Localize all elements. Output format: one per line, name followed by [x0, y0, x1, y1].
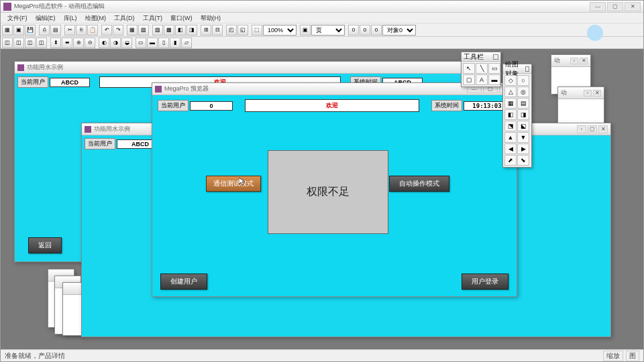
toolbox-objects[interactable]: 绘图对象 ◇ ○ △ ◎ ▦ ▤ ◧ ◨ ⬔ ⬕ ▲ ▼ ◀ ▶ ⬈ ⬊ — [502, 64, 532, 168]
tb-cut-icon[interactable]: ✂ — [64, 25, 75, 36]
tb-g-icon[interactable]: ⊞ — [201, 25, 211, 36]
tb-lib-icon[interactable]: ▤ — [50, 25, 61, 36]
toolbox-palette[interactable]: 工具栏 ↖ ╲ ▭ ▢ A ▬ — [461, 52, 501, 87]
tool2-6-icon[interactable]: ▤ — [517, 98, 529, 109]
toolbox2-pin-icon[interactable] — [525, 66, 529, 72]
maximize-button[interactable]: ▢ — [607, 2, 623, 11]
tool2-10-icon[interactable]: ⬕ — [517, 121, 529, 131]
page-combo[interactable]: 页 — [311, 25, 345, 36]
tb-open-icon[interactable]: ▣ — [13, 25, 24, 36]
tb2-9-icon[interactable]: ◐ — [99, 38, 109, 48]
menu-window[interactable]: 窗口(W) — [166, 13, 197, 23]
tb-print-icon[interactable]: ⎙ — [39, 25, 50, 36]
toolbox-title[interactable]: 工具栏 — [462, 52, 500, 62]
toolbox2-grid: ◇ ○ △ ◎ ▦ ▤ ◧ ◨ ⬔ ⬕ ▲ ▼ ◀ ▶ ⬈ ⬊ — [503, 74, 531, 167]
tool-line-icon[interactable]: ╲ — [476, 63, 488, 74]
tb2-14-icon[interactable]: ▯ — [158, 38, 169, 48]
tb-d-icon[interactable]: ▩ — [164, 25, 174, 36]
tb2-2-icon[interactable]: ◫ — [13, 38, 24, 48]
bgw2-min-icon[interactable]: ▫ — [577, 125, 586, 133]
create-user-button[interactable]: 创建用户 — [160, 274, 207, 290]
tb2-10-icon[interactable]: ◑ — [110, 38, 121, 48]
bgw2-close-icon[interactable]: ✕ — [598, 125, 608, 133]
tb2-3-icon[interactable]: ◫ — [25, 38, 36, 48]
tool2-11-icon[interactable]: ▲ — [504, 132, 517, 143]
tool-pointer-icon[interactable]: ↖ — [463, 63, 475, 74]
bw2-close-icon[interactable]: ✕ — [593, 90, 601, 97]
tb-b-icon[interactable]: ▧ — [138, 25, 149, 36]
tool2-4-icon[interactable]: ◎ — [517, 86, 529, 97]
menu-draw[interactable]: 绘图(M) — [81, 13, 111, 23]
menu-tools2[interactable]: 工具(T) — [139, 13, 167, 23]
tb-j-icon[interactable]: ◱ — [237, 25, 248, 36]
user-login-button[interactable]: 用户登录 — [462, 274, 508, 290]
preview-welcome: 欢迎 — [245, 99, 419, 112]
auto-mode-button[interactable]: 自动操作模式 — [389, 176, 449, 192]
tool-fill-icon[interactable]: ▬ — [488, 74, 500, 85]
tb-h-icon[interactable]: ⊟ — [212, 25, 223, 36]
tb2-6-icon[interactable]: ⬌ — [62, 38, 72, 48]
blank-window-1-titlebar[interactable]: 动 ▫✕ — [551, 55, 590, 67]
tb-i-icon[interactable]: ◰ — [226, 25, 237, 36]
minimize-button[interactable]: — — [590, 2, 606, 11]
tb-paste-icon[interactable]: 📋 — [87, 25, 98, 36]
tb-a-icon[interactable]: ▦ — [127, 25, 138, 36]
tb2-1-icon[interactable]: ◫ — [2, 38, 13, 48]
tb2-15-icon[interactable]: ▮ — [170, 38, 180, 48]
return-button[interactable]: 返回 — [28, 237, 62, 253]
bgw1-user-value: ABCD — [50, 78, 90, 87]
blank-window-2-titlebar[interactable]: 动 ▫✕ — [558, 87, 604, 99]
tb-redo-icon[interactable]: ↷ — [113, 25, 123, 36]
tool2-5-icon[interactable]: ▦ — [504, 98, 517, 109]
tool2-15-icon[interactable]: ⬈ — [504, 155, 517, 166]
tb-f-icon[interactable]: ◨ — [186, 25, 197, 36]
tb2-11-icon[interactable]: ◒ — [121, 38, 132, 48]
bg-window-1-titlebar[interactable]: 功能用水示例 — [15, 62, 496, 74]
tb-undo-icon[interactable]: ↶ — [101, 25, 112, 36]
tool2-16-icon[interactable]: ⬊ — [517, 155, 529, 166]
tb-k-icon[interactable]: ⬚ — [252, 25, 262, 36]
tb2-16-icon[interactable]: ▱ — [181, 38, 192, 48]
tb-copy-icon[interactable]: ⎘ — [76, 25, 87, 36]
tool2-9-icon[interactable]: ⬔ — [504, 121, 517, 131]
obj-combo[interactable]: 对象0 — [382, 25, 416, 36]
tool2-3-icon[interactable]: △ — [504, 86, 517, 97]
menu-tools[interactable]: 工具(D) — [110, 13, 139, 23]
tool2-12-icon[interactable]: ▼ — [517, 132, 529, 143]
tool-roundrect-icon[interactable]: ▢ — [463, 74, 475, 85]
tool2-1-icon[interactable]: ◇ — [504, 75, 517, 86]
tb2-7-icon[interactable]: ⊕ — [73, 38, 84, 48]
tb-e-icon[interactable]: ◧ — [175, 25, 186, 36]
bw1-close-icon[interactable]: ✕ — [580, 58, 588, 64]
toolbox2-title[interactable]: 绘图对象 — [503, 64, 531, 74]
tool2-8-icon[interactable]: ◨ — [517, 109, 529, 120]
tb2-4-icon[interactable]: ◫ — [36, 38, 47, 48]
menu-file[interactable]: 文件(F) — [3, 13, 32, 23]
zoom-combo[interactable]: 100% — [263, 25, 297, 36]
tool2-14-icon[interactable]: ▶ — [517, 143, 529, 154]
menu-edit[interactable]: 编辑(E) — [32, 13, 60, 23]
bgw2-max-icon[interactable]: ▢ — [588, 125, 597, 133]
tool2-7-icon[interactable]: ◧ — [504, 109, 517, 120]
tb2-13-icon[interactable]: ▬ — [147, 38, 158, 48]
tool-rect-icon[interactable]: ▭ — [488, 63, 500, 74]
tool2-13-icon[interactable]: ◀ — [504, 143, 517, 154]
stack-window-3[interactable] — [62, 282, 83, 336]
menu-lib[interactable]: 库(L) — [60, 13, 81, 23]
tb-new-icon[interactable]: ▦ — [2, 25, 13, 36]
close-button[interactable]: ✕ — [625, 2, 641, 11]
menu-help[interactable]: 帮助(H) — [197, 13, 225, 23]
tb2-5-icon[interactable]: ⬍ — [50, 38, 61, 48]
tb-c-icon[interactable]: ▨ — [152, 25, 163, 36]
preview-time-label: 系统时间 — [431, 100, 462, 111]
toolbox-pin-icon[interactable] — [493, 54, 498, 60]
tool2-2-icon[interactable]: ○ — [517, 75, 529, 86]
bw1-min-icon[interactable]: ▫ — [570, 58, 578, 64]
tb-l-icon[interactable]: ▣ — [300, 25, 311, 36]
tb2-8-icon[interactable]: ⊖ — [85, 38, 95, 48]
tb2-12-icon[interactable]: ▭ — [136, 38, 146, 48]
tb-save-icon[interactable]: 💾 — [25, 25, 36, 36]
comm-test-button[interactable]: 通信测试模式 — [206, 176, 261, 192]
tool-text-icon[interactable]: A — [476, 74, 488, 85]
bw2-min-icon[interactable]: ▫ — [584, 90, 592, 97]
